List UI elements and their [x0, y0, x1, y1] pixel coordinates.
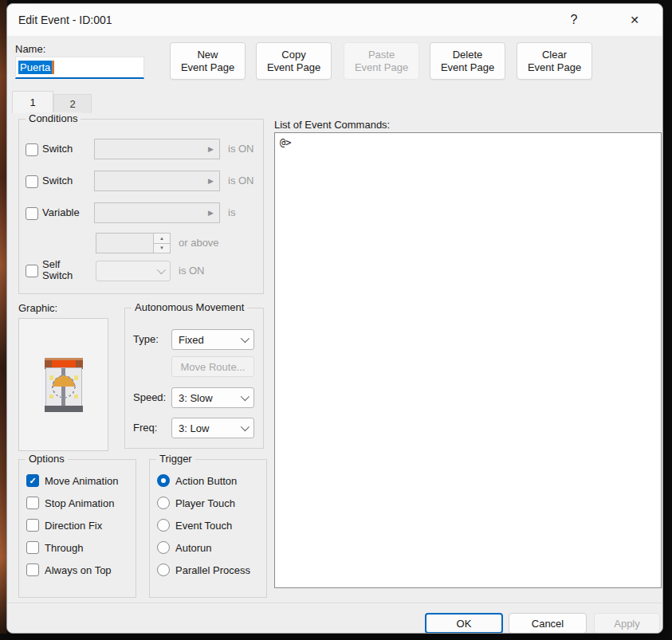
options-group-title: Options: [26, 453, 68, 465]
checkbox-icon[interactable]: [26, 541, 39, 554]
text-caret: [52, 61, 54, 74]
options-list: ✓ Move Animation Stop Animation Directio…: [26, 474, 131, 576]
radio-icon[interactable]: [157, 474, 170, 487]
spin-down-icon[interactable]: ▼: [154, 244, 170, 253]
option-move-animation[interactable]: ✓ Move Animation: [26, 474, 131, 487]
checkbox-icon[interactable]: [26, 519, 39, 532]
close-icon[interactable]: ✕: [616, 4, 653, 36]
variable-checkbox[interactable]: [26, 207, 38, 220]
graphic-label: Graphic:: [18, 302, 57, 314]
chevron-down-icon: [157, 265, 166, 274]
switch1-checkbox[interactable]: [26, 143, 38, 156]
picker-arrow-icon: ▶: [208, 177, 214, 185]
chevron-down-icon: [241, 392, 250, 401]
picker-arrow-icon: ▶: [208, 145, 214, 153]
trigger-group-title: Trigger: [156, 453, 195, 465]
trigger-list: Action Button Player Touch Event Touch A…: [157, 474, 261, 576]
radio-icon[interactable]: [157, 519, 170, 532]
conditions-group-title: Conditions: [26, 112, 81, 124]
self-switch-checkbox[interactable]: [26, 265, 38, 277]
new-event-page-button[interactable]: New Event Page: [170, 42, 246, 80]
self-switch-dropdown: [96, 261, 171, 281]
name-input-value: Puerta: [18, 61, 52, 74]
freq-dropdown[interactable]: 3: Low: [171, 418, 254, 438]
trigger-event-touch[interactable]: Event Touch: [157, 519, 261, 532]
variable-picker: ▶: [94, 202, 220, 223]
option-always-on-top[interactable]: Always on Top: [26, 563, 131, 576]
option-through[interactable]: Through: [26, 541, 131, 554]
graphic-box[interactable]: [18, 318, 108, 451]
event-commands-list[interactable]: @>: [274, 132, 662, 588]
variable-suffix: is: [228, 206, 235, 218]
commands-label: List of Event Commands:: [274, 119, 390, 131]
self-switch-label: Self Switch: [42, 259, 73, 281]
autonomous-movement-group: Autonomous Movement Type: Fixed Move Rou…: [124, 308, 264, 449]
cancel-button[interactable]: Cancel: [509, 613, 587, 634]
command-line[interactable]: @>: [280, 137, 291, 148]
option-direction-fix[interactable]: Direction Fix: [26, 519, 131, 532]
variable-value-spinner: ▲ ▼: [96, 233, 171, 253]
page-tabs: 1 2: [12, 91, 92, 113]
picker-arrow-icon: ▶: [208, 209, 214, 217]
switch2-picker: ▶: [94, 171, 220, 191]
switch2-checkbox[interactable]: [26, 175, 38, 188]
switch1-suffix: is ON: [228, 143, 254, 155]
self-switch-suffix: is ON: [179, 265, 205, 277]
help-icon[interactable]: ?: [556, 4, 592, 36]
footer-separator: [7, 603, 662, 603]
switch2-suffix: is ON: [228, 175, 254, 187]
name-label: Name:: [15, 43, 45, 55]
conditions-group: Conditions Switch ▶ is ON Switch ▶ is ON…: [18, 119, 264, 294]
edit-event-dialog: Edit Event - ID:001 ? ✕ Name: Puerta New…: [6, 3, 663, 634]
radio-icon[interactable]: [157, 541, 170, 554]
movement-group-title: Autonomous Movement: [132, 301, 247, 313]
type-label: Type:: [133, 333, 159, 345]
chevron-down-icon: [241, 334, 250, 343]
checkbox-icon[interactable]: ✓: [26, 474, 39, 487]
options-group: Options ✓ Move Animation Stop Animation …: [18, 459, 136, 598]
apply-button: Apply: [594, 613, 660, 634]
window-title: Edit Event - ID:001: [7, 14, 112, 26]
speed-value: 3: Slow: [179, 392, 213, 404]
trigger-group: Trigger Action Button Player Touch Event…: [149, 459, 267, 598]
checkbox-icon[interactable]: [26, 563, 39, 576]
trigger-action-button[interactable]: Action Button: [157, 474, 261, 487]
name-input[interactable]: Puerta: [15, 57, 144, 79]
speed-dropdown[interactable]: 3: Slow: [171, 387, 254, 408]
chevron-down-icon: [241, 422, 250, 431]
delete-event-page-button[interactable]: Delete Event Page: [430, 42, 505, 80]
paste-event-page-button: Paste Event Page: [344, 42, 419, 80]
ok-button[interactable]: OK: [425, 613, 503, 634]
trigger-player-touch[interactable]: Player Touch: [157, 497, 261, 509]
freq-value: 3: Low: [179, 422, 209, 434]
radio-icon[interactable]: [157, 563, 170, 576]
copy-event-page-button[interactable]: Copy Event Page: [256, 42, 332, 80]
door-sprite: [43, 358, 84, 412]
freq-label: Freq:: [133, 422, 157, 434]
type-value: Fixed: [179, 334, 204, 346]
switch2-label: Switch: [42, 175, 73, 187]
speed-label: Speed:: [133, 391, 166, 403]
move-route-button: Move Route...: [171, 356, 254, 377]
switch1-picker: ▶: [94, 139, 220, 159]
trigger-parallel-process[interactable]: Parallel Process: [157, 563, 261, 576]
spin-up-icon[interactable]: ▲: [154, 234, 170, 244]
clear-event-page-button[interactable]: Clear Event Page: [517, 42, 592, 80]
option-stop-animation[interactable]: Stop Animation: [26, 497, 131, 509]
checkbox-icon[interactable]: [26, 497, 39, 509]
spinner-buttons: ▲ ▼: [153, 234, 170, 253]
variable-value-suffix: or above: [179, 237, 219, 249]
variable-label: Variable: [42, 206, 80, 218]
switch1-label: Switch: [42, 143, 73, 155]
tab-page-2[interactable]: 2: [53, 94, 92, 113]
radio-icon[interactable]: [157, 497, 170, 509]
tab-page-1[interactable]: 1: [12, 91, 53, 113]
type-dropdown[interactable]: Fixed: [171, 329, 254, 350]
trigger-autorun[interactable]: Autorun: [157, 541, 261, 554]
